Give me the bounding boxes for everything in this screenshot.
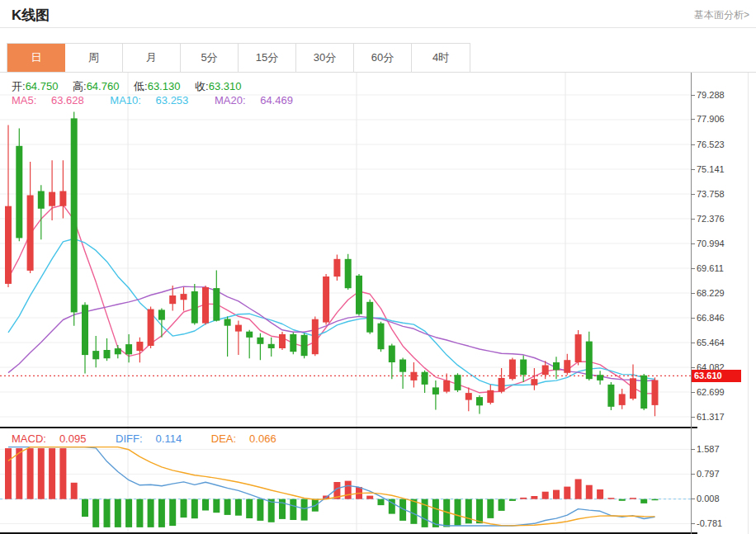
- low-label: 低:: [134, 80, 148, 92]
- price-tick-mark: [691, 169, 695, 170]
- price-tick-label: 72.376: [697, 214, 725, 224]
- price-tick-mark: [691, 392, 695, 393]
- panel-divider: [0, 427, 697, 428]
- price-tick-mark: [691, 343, 695, 343]
- high-label: 高:: [73, 80, 87, 92]
- macd-tick-mark: [691, 474, 695, 475]
- price-tick-mark: [691, 219, 695, 220]
- price-tick-mark: [691, 243, 695, 244]
- kline-page: K线图 基本面分析> 日周月5分15分30分60分4时 开:64.750 高:6…: [0, 0, 756, 534]
- price-tick-label: 62.699: [697, 387, 725, 397]
- price-tick-mark: [691, 95, 695, 96]
- right-edge-line: [748, 73, 749, 534]
- price-tick-mark: [691, 119, 695, 120]
- tab-timeframe-5[interactable]: 30分: [296, 44, 354, 72]
- ohlc-readout: 开:64.750 高:64.760 低:63.130 收:63.310: [12, 79, 253, 94]
- macd-tick-label: 0.797: [697, 469, 720, 479]
- price-tick-label: 61.317: [697, 412, 725, 422]
- tab-timeframe-1[interactable]: 周: [65, 44, 123, 72]
- price-tick-mark: [691, 144, 695, 145]
- price-tick-label: 77.906: [697, 114, 725, 124]
- tab-timeframe-4[interactable]: 15分: [239, 44, 296, 72]
- timeframe-tabbar: 日周月5分15分30分60分4时: [7, 43, 470, 73]
- macd-value-readout: MACD:0.095: [12, 432, 99, 445]
- open-value: 64.750: [26, 80, 59, 92]
- header-divider: [0, 27, 756, 28]
- price-tick-mark: [691, 367, 695, 368]
- high-value: 64.760: [87, 80, 120, 92]
- dea-value-readout: DEA:0.066: [211, 432, 290, 445]
- macd-tick-mark: [691, 499, 695, 499]
- tab-timeframe-6[interactable]: 60分: [354, 44, 412, 72]
- close-value: 63.310: [209, 80, 242, 92]
- price-tick-label: 75.141: [697, 164, 725, 174]
- price-tick-label: 68.229: [697, 288, 725, 298]
- price-tick-label: 73.758: [697, 189, 725, 199]
- current-price-badge: 63.610: [692, 370, 741, 382]
- fundamental-analysis-link[interactable]: 基本面分析>: [694, 8, 749, 22]
- price-tick-label: 70.994: [697, 239, 725, 248]
- macd-tick-mark: [691, 449, 695, 450]
- page-title: K线图: [12, 6, 50, 25]
- price-tick-mark: [691, 268, 695, 269]
- tab-timeframe-2[interactable]: 月: [123, 44, 181, 72]
- price-tick-mark: [691, 318, 695, 319]
- macd-tick-label: 0.008: [697, 494, 720, 503]
- ma20-readout: MA20: 64.469: [215, 94, 305, 106]
- ma-readout: MA5: 63.628 MA10: 63.253 MA20: 64.469: [12, 94, 316, 106]
- tab-timeframe-0[interactable]: 日: [7, 44, 65, 72]
- diff-value-readout: DIFF:0.114: [116, 432, 195, 445]
- price-tick-label: 65.464: [697, 338, 725, 347]
- price-tick-mark: [691, 293, 695, 294]
- price-axis-border: [691, 73, 692, 534]
- tab-timeframe-7[interactable]: 4时: [412, 44, 470, 72]
- low-value: 63.130: [148, 80, 181, 92]
- tab-timeframe-3[interactable]: 5分: [181, 44, 239, 72]
- price-tick-label: 76.523: [697, 139, 725, 149]
- candlestick-chart[interactable]: [0, 73, 691, 427]
- price-tick-mark: [691, 194, 695, 195]
- macd-tick-mark: [691, 523, 695, 524]
- open-label: 开:: [12, 80, 26, 92]
- price-tick-label: 66.846: [697, 313, 725, 323]
- macd-tick-label: 1.587: [697, 444, 720, 454]
- ma10-readout: MA10: 63.253: [110, 94, 200, 106]
- price-tick-mark: [691, 417, 695, 418]
- price-tick-label: 69.611: [697, 263, 724, 273]
- macd-tick-label: -0.781: [697, 518, 722, 528]
- macd-readout: MACD:0.095 DIFF:0.114 DEA:0.066: [12, 432, 303, 445]
- ma5-readout: MA5: 63.628: [12, 94, 96, 106]
- price-tick-label: 79.288: [697, 90, 725, 100]
- close-label: 收:: [195, 80, 209, 92]
